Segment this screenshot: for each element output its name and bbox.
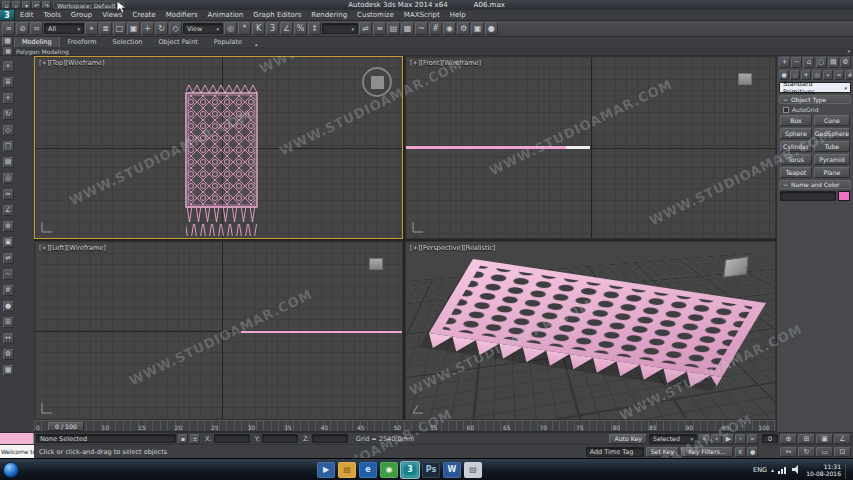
render-production-icon[interactable]: ● <box>485 22 498 35</box>
percent-snap-icon[interactable]: % <box>294 22 307 35</box>
viewcube-face[interactable] <box>371 76 384 89</box>
docked-tool-icon[interactable]: ▣ <box>3 237 14 248</box>
undo-icon[interactable]: ↶ <box>32 1 41 9</box>
docked-tool-icon[interactable]: ⌖ <box>3 61 14 72</box>
menu-item[interactable]: Views <box>97 11 127 19</box>
object-type-button[interactable]: Tube <box>814 141 850 152</box>
viewport-label[interactable]: [+][Front][Wireframe] <box>410 59 481 67</box>
command-tab-modify-icon[interactable]: ~ <box>791 57 802 68</box>
maximize-viewport-icon[interactable]: ⊡ <box>834 447 851 457</box>
show-desktop-button[interactable] <box>845 461 850 479</box>
docked-tool-icon[interactable]: ● <box>3 301 14 312</box>
select-and-rotate-icon[interactable]: ↻ <box>155 22 168 35</box>
taskbar-media-player-icon[interactable]: ▶ <box>317 462 335 478</box>
menu-item[interactable]: Tools <box>39 11 66 19</box>
menu-item[interactable]: Customize <box>352 11 399 19</box>
docked-tool-icon[interactable]: + <box>3 93 14 104</box>
new-scene-icon[interactable]: ▫ <box>2 1 11 9</box>
selection-filter-dropdown[interactable]: All ▾ <box>44 23 84 34</box>
named-selection-sets-dropdown[interactable]: ▾ <box>322 23 358 34</box>
keyboard-shortcut-override-icon[interactable]: K <box>252 22 265 35</box>
docked-tool-icon[interactable]: ◎ <box>3 173 14 184</box>
create-shapes-icon[interactable]: ◇ <box>790 70 800 80</box>
menu-item[interactable]: Help <box>445 11 471 19</box>
create-helpers-icon[interactable]: ⌖ <box>823 70 833 80</box>
docked-tool-icon[interactable]: ≈ <box>3 189 14 200</box>
spinner-snap-icon[interactable]: ↕ <box>308 22 321 35</box>
angle-snap-icon[interactable]: ∠ <box>280 22 293 35</box>
auto-key-button[interactable]: Auto Key <box>609 434 647 444</box>
panel-object-selected-edge[interactable] <box>566 146 590 149</box>
menu-item[interactable]: Modifiers <box>161 11 203 19</box>
command-tab-display-icon[interactable]: ▤ <box>828 57 839 68</box>
select-object-icon[interactable]: ⌖ <box>85 22 98 35</box>
bind-to-space-warp-icon[interactable]: ≈ <box>30 22 43 35</box>
polygon-modeling-icon[interactable]: ▦ <box>3 46 13 56</box>
application-menu-button[interactable]: 3 <box>0 10 15 20</box>
macro-recorder-pane[interactable] <box>0 433 34 445</box>
taskbar-file-explorer-icon[interactable]: ▤ <box>338 462 356 478</box>
time-configuration-icon[interactable]: ● <box>747 447 758 457</box>
docked-tool-icon[interactable]: ↻ <box>3 109 14 120</box>
viewport-label[interactable]: [+][Top][Wireframe] <box>39 59 105 67</box>
menu-item[interactable]: MAXScript <box>399 11 445 19</box>
next-frame-button[interactable]: › <box>735 434 746 444</box>
command-tab-hierarchy-icon[interactable]: ⌂ <box>803 57 814 68</box>
window-crossing-icon[interactable]: ▣ <box>127 22 140 35</box>
keyboard-override-toggle-icon[interactable]: K <box>735 447 746 457</box>
viewport-left[interactable]: [+][Left][Wireframe] <box>34 241 403 420</box>
save-file-icon[interactable]: ▾ <box>22 1 31 9</box>
menu-item[interactable]: Animation <box>203 11 249 19</box>
docked-tool-icon[interactable]: ⊕ <box>3 221 14 232</box>
taskbar-word-icon[interactable]: W <box>443 462 461 478</box>
menu-item[interactable]: Edit <box>15 11 39 19</box>
use-pivot-center-icon[interactable]: ◎ <box>224 22 237 35</box>
command-tab-motion-icon[interactable]: ○ <box>816 57 827 68</box>
network-icon[interactable] <box>778 465 788 474</box>
command-tab-create-icon[interactable]: + <box>779 57 790 68</box>
unlink-selection-icon[interactable]: ⊘ <box>16 22 29 35</box>
workspace-selector[interactable]: Workspace: Default ▾ <box>53 1 124 9</box>
select-and-scale-icon[interactable]: ◇ <box>169 22 182 35</box>
taskbar-notepad-icon[interactable]: ▤ <box>464 462 482 478</box>
field-of-view-icon[interactable]: ∠ <box>834 434 851 444</box>
docked-tool-icon[interactable]: ~ <box>3 269 14 280</box>
z-coordinate-field[interactable] <box>312 434 348 443</box>
viewport-top[interactable]: [+][Top][Wireframe] <box>34 56 403 239</box>
play-button[interactable]: ▶ <box>723 434 734 444</box>
object-type-button[interactable]: Cone <box>814 115 850 126</box>
create-lights-icon[interactable]: ☀ <box>801 70 811 80</box>
create-geometry-icon[interactable]: ● <box>779 70 789 80</box>
volume-icon[interactable] <box>792 465 802 474</box>
name-color-rollout-header[interactable]: − Name and Color <box>779 180 851 189</box>
start-button[interactable] <box>3 462 19 478</box>
object-type-button[interactable]: Cylinder <box>780 141 812 152</box>
rectangular-selection-region-icon[interactable]: □ <box>113 22 126 35</box>
layer-manager-icon[interactable]: ▤ <box>387 22 400 35</box>
viewport-label[interactable]: [+][Left][Wireframe] <box>39 244 106 252</box>
docked-tool-icon[interactable]: ◇ <box>3 125 14 136</box>
object-type-button[interactable]: GeoSphere <box>814 128 850 139</box>
add-time-tag-field[interactable]: Add Time Tag <box>586 447 644 457</box>
align-icon[interactable]: ≡ <box>373 22 386 35</box>
key-filters-button[interactable]: Key Filters... <box>681 447 733 457</box>
object-type-button[interactable]: Torus <box>780 154 812 165</box>
docked-tool-icon[interactable]: # <box>3 285 14 296</box>
ribbon-panel-title[interactable]: Polygon Modeling <box>16 48 69 55</box>
hidden-icons-chevron[interactable]: ▴ <box>771 466 774 473</box>
create-cameras-icon[interactable]: ◎ <box>812 70 822 80</box>
set-key-button[interactable]: Set Key <box>646 447 679 457</box>
panel-object-front-view[interactable] <box>406 146 590 149</box>
menu-item[interactable]: Rendering <box>306 11 352 19</box>
render-setup-icon[interactable]: ⚙ <box>457 22 470 35</box>
orbit-icon[interactable]: ↻ <box>798 447 815 457</box>
viewport-front[interactable]: [+][Front][Wireframe] <box>405 56 776 239</box>
object-type-button[interactable]: Pyramid <box>814 154 850 165</box>
viewcube[interactable] <box>362 67 392 97</box>
select-and-link-icon[interactable]: ∞ <box>2 22 15 35</box>
absolute-relative-toggle-icon[interactable]: ± <box>190 434 200 444</box>
key-mode-dropdown[interactable]: Selected ▾ <box>649 434 697 444</box>
ornamental-panel-3d[interactable] <box>406 242 776 420</box>
select-by-name-icon[interactable]: ≣ <box>99 22 112 35</box>
docked-tool-icon[interactable]: ⊞ <box>3 317 14 328</box>
